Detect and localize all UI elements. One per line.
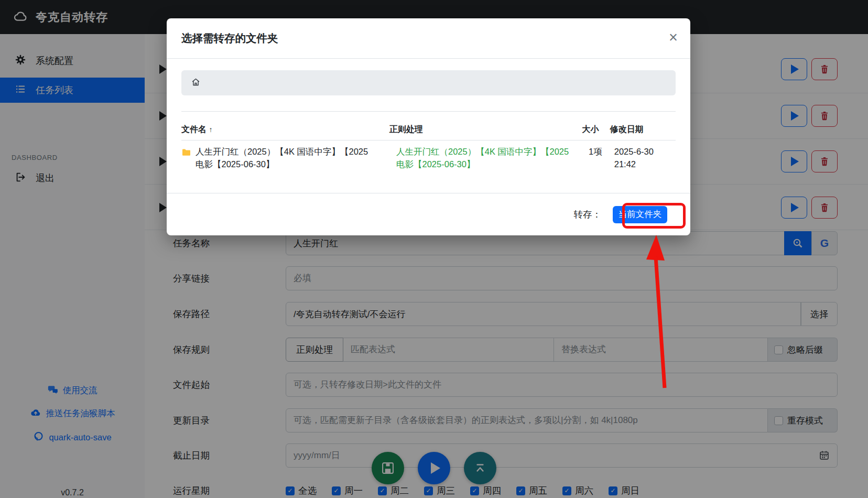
regex-result-cell: 人生开门红（2025）【4K 国语中字】【2025电影【2025-06-30】 [396, 146, 585, 171]
modal-title: 选择需转存的文件夹 [181, 31, 278, 46]
column-header-size[interactable]: 大小 [579, 124, 601, 135]
modal-header: 选择需转存的文件夹 [167, 18, 690, 59]
modal-footer: 转存： 当前文件夹 [167, 193, 690, 235]
size-cell: 1项 [585, 146, 606, 171]
folder-row[interactable]: 人生开门红（2025）【4K 国语中字】【2025电影【2025-06-30】 … [181, 140, 676, 171]
home-icon [191, 77, 201, 89]
modified-date: 2025-6-30 [614, 146, 676, 158]
folder-table: 文件名 ↑ 正则处理 大小 修改日期 人生开门红（2025）【4K 国语中字】【… [181, 111, 676, 171]
sort-asc-icon: ↑ [209, 125, 212, 134]
close-icon[interactable]: × [669, 30, 678, 45]
column-header-regex[interactable]: 正则处理 [389, 124, 579, 135]
transfer-label: 转存： [574, 208, 602, 221]
regex-result: 人生开门红（2025）【4K 国语中字】【2025电影【2025-06-30】 [396, 146, 574, 171]
annotation-arrow [639, 231, 687, 398]
breadcrumb[interactable] [181, 70, 676, 95]
annotation-highlight-ring [622, 203, 686, 229]
column-header-label: 文件名 [181, 125, 207, 134]
column-header-filename[interactable]: 文件名 ↑ [181, 124, 389, 135]
table-header-row: 文件名 ↑ 正则处理 大小 修改日期 [181, 111, 676, 140]
folder-name-cell: 人生开门红（2025）【4K 国语中字】【2025电影【2025-06-30】 [181, 146, 396, 171]
modified-cell: 2025-6-30 21:42 [614, 146, 676, 171]
column-header-modified[interactable]: 修改日期 [610, 124, 676, 135]
folder-name: 人生开门红（2025）【4K 国语中字】【2025电影【2025-06-30】 [196, 146, 375, 171]
folder-icon [181, 146, 191, 171]
modified-time: 21:42 [614, 158, 676, 171]
folder-select-modal: 选择需转存的文件夹 × 文件名 ↑ 正则处理 大小 修改日期 人生开门红（202… [167, 18, 690, 235]
